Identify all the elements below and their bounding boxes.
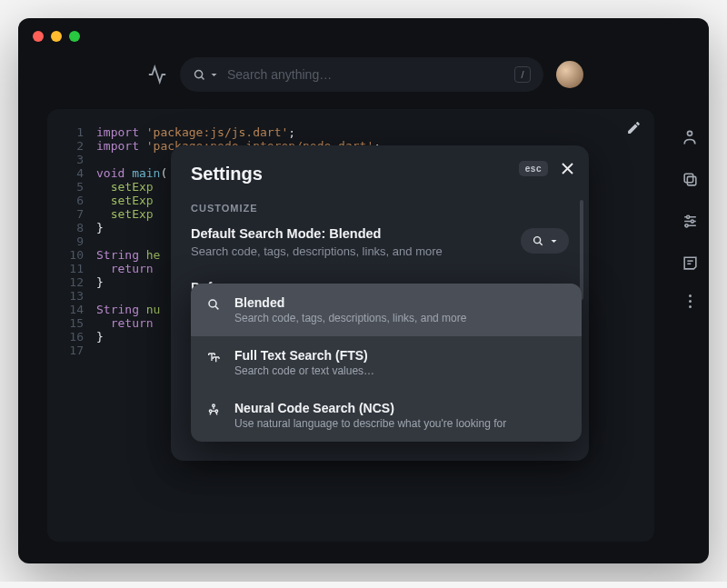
dropdown-option[interactable]: Full Text Search (FTS)Search code or tex…: [191, 336, 582, 389]
fullscreen-window-button[interactable]: [69, 31, 80, 42]
slash-hint: /: [514, 66, 531, 83]
svg-point-20: [209, 300, 216, 307]
more-icon[interactable]: [680, 294, 700, 308]
svg-point-0: [195, 70, 203, 77]
svg-point-10: [684, 224, 687, 226]
neural-icon: [205, 403, 222, 417]
search-mode-button[interactable]: [521, 228, 569, 254]
svg-rect-4: [684, 174, 693, 183]
option-title: Blended: [234, 295, 466, 310]
search-bar[interactable]: /: [180, 57, 543, 92]
option-desc: Search code, tags, descriptions, links, …: [234, 312, 466, 324]
traffic-lights: [33, 31, 80, 42]
svg-line-21: [215, 306, 218, 309]
svg-point-9: [691, 219, 693, 222]
svg-point-26: [215, 410, 218, 413]
option-title: Full Text Search (FTS): [234, 348, 374, 363]
activity-icon[interactable]: [144, 61, 171, 88]
svg-point-15: [534, 237, 541, 244]
svg-point-24: [213, 404, 215, 407]
topbar: /: [18, 51, 709, 98]
avatar[interactable]: [556, 61, 583, 88]
svg-line-1: [202, 76, 204, 79]
search-icon: [193, 68, 218, 82]
svg-point-25: [209, 410, 212, 413]
edit-icon[interactable]: [626, 120, 642, 135]
section-label: CUSTOMIZE: [191, 203, 569, 214]
close-icon[interactable]: [559, 160, 576, 177]
app-window: / 1import 'package:js/js.dart';2import '…: [18, 18, 709, 563]
search-icon: [205, 297, 222, 312]
note-icon[interactable]: [680, 253, 700, 273]
minimize-window-button[interactable]: [51, 31, 62, 42]
copy-icon[interactable]: [680, 169, 700, 189]
modal-title: Settings: [191, 164, 569, 184]
dropdown-option[interactable]: Neural Code Search (NCS)Use natural lang…: [191, 389, 582, 442]
setting-title: Default Search Mode: Blended: [191, 226, 569, 241]
search-input[interactable]: [227, 67, 505, 82]
setting-desc: Search code, tags, descriptions, links, …: [191, 244, 569, 260]
option-desc: Search code or text values…: [234, 364, 374, 377]
scrollbar[interactable]: [580, 200, 583, 300]
svg-point-8: [686, 215, 689, 218]
search-mode-dropdown: BlendedSearch code, tags, descriptions, …: [191, 284, 582, 442]
setting-row[interactable]: Default Search Mode: BlendedSearch code,…: [191, 226, 569, 260]
close-window-button[interactable]: [33, 31, 44, 42]
sliders-icon[interactable]: [680, 211, 700, 231]
svg-line-16: [540, 243, 543, 245]
person-icon[interactable]: [680, 127, 700, 147]
svg-rect-3: [687, 176, 696, 185]
right-rail: [680, 127, 700, 308]
option-desc: Use natural language to describe what yo…: [234, 417, 506, 430]
svg-point-2: [688, 131, 692, 135]
text-icon: [205, 350, 222, 364]
code-line[interactable]: 1import 'package:js/js.dart';: [60, 125, 642, 139]
option-title: Neural Code Search (NCS): [234, 401, 506, 415]
dropdown-option[interactable]: BlendedSearch code, tags, descriptions, …: [191, 284, 582, 336]
esc-hint: esc: [519, 161, 548, 176]
